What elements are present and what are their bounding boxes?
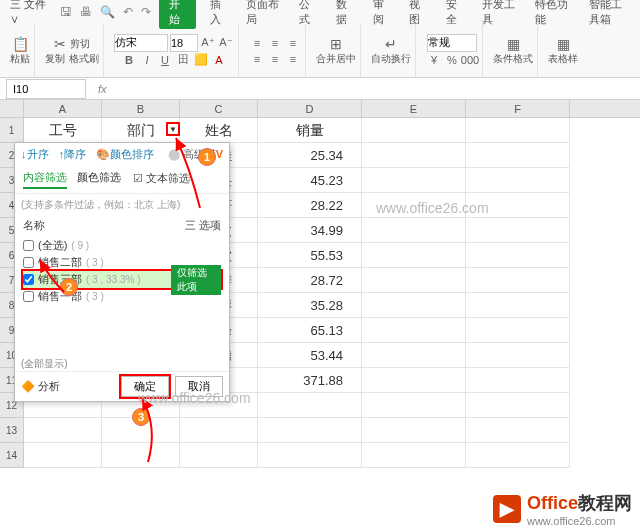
content-filter-tab[interactable]: 内容筛选 [23,170,67,189]
text-filter-button[interactable]: ☑ 文本筛选 [133,171,190,186]
copy-label[interactable]: 复制 [45,52,65,66]
table-style-icon[interactable]: ▦ [557,36,570,52]
cell[interactable]: 55.53 [258,243,362,268]
currency-icon[interactable]: ¥ [426,52,442,68]
percent-icon[interactable]: % [444,52,460,68]
qat-undo-icon[interactable]: ↶ [123,5,133,19]
cell[interactable] [362,243,466,268]
cell[interactable] [258,443,362,468]
increase-font-icon[interactable]: A⁺ [200,35,216,51]
row-header[interactable]: 1 [0,118,24,143]
cell[interactable] [466,243,570,268]
format-painter-label[interactable]: 格式刷 [69,52,99,66]
cell[interactable] [466,343,570,368]
cell[interactable] [362,168,466,193]
cell[interactable] [180,418,258,443]
cell[interactable] [258,418,362,443]
cell[interactable] [362,218,466,243]
font-color-icon[interactable]: A [211,52,227,68]
bold-icon[interactable]: B [121,52,137,68]
filter-item-checkbox[interactable] [23,240,34,251]
col-header-e[interactable]: E [362,100,466,117]
cell[interactable] [362,343,466,368]
color-filter-tab[interactable]: 颜色筛选 [77,170,121,189]
cell[interactable]: 姓名 [180,118,258,143]
filter-item-checkbox[interactable] [23,291,34,302]
fill-color-icon[interactable]: 🟨 [193,52,209,68]
filter-item[interactable]: (全选)( 9 ) [23,237,221,254]
merge-icon[interactable]: ⊞ [330,36,342,52]
col-header-a[interactable]: A [24,100,102,117]
number-format-select[interactable] [427,34,477,52]
align-bot-icon[interactable]: ≡ [285,35,301,51]
cell[interactable] [466,268,570,293]
qat-redo-icon[interactable]: ↷ [141,5,151,19]
border-icon[interactable]: 田 [175,52,191,68]
row-header[interactable]: 14 [0,443,24,468]
cell[interactable] [466,143,570,168]
align-top-icon[interactable]: ≡ [249,35,265,51]
align-center-icon[interactable]: ≡ [267,51,283,67]
italic-icon[interactable]: I [139,52,155,68]
font-name-select[interactable] [114,34,168,52]
fx-icon[interactable]: fx [98,83,107,95]
decrease-font-icon[interactable]: A⁻ [218,35,234,51]
cell[interactable] [362,443,466,468]
cell[interactable] [362,293,466,318]
qat-preview-icon[interactable]: 🔍 [100,5,115,19]
qat-save-icon[interactable]: 🖫 [60,5,72,19]
cell[interactable] [466,318,570,343]
cell[interactable] [258,393,362,418]
filter-item-checkbox[interactable] [23,274,34,285]
cell[interactable] [466,418,570,443]
cell[interactable] [24,443,102,468]
cell[interactable] [466,293,570,318]
font-size-select[interactable] [170,34,198,52]
cut-icon[interactable]: ✂ [54,36,66,52]
cell[interactable] [362,268,466,293]
col-header-d[interactable]: D [258,100,362,117]
cell[interactable]: 28.22 [258,193,362,218]
cell[interactable] [466,393,570,418]
cell[interactable]: 371.88 [258,368,362,393]
comma-icon[interactable]: 000 [462,52,478,68]
sort-asc-button[interactable]: ↓升序 [21,147,49,162]
col-header-c[interactable]: C [180,100,258,117]
sort-color-button[interactable]: 🎨颜色排序 [96,147,154,162]
align-mid-icon[interactable]: ≡ [267,35,283,51]
filter-item-checkbox[interactable] [23,257,34,268]
cell[interactable] [102,443,180,468]
cell[interactable]: 65.13 [258,318,362,343]
cell[interactable]: 工号 [24,118,102,143]
name-box[interactable] [6,79,86,99]
cell[interactable] [362,418,466,443]
cell[interactable] [362,368,466,393]
col-header-f[interactable]: F [466,100,570,117]
paste-icon[interactable]: 📋 [12,36,29,52]
select-all-corner[interactable] [0,100,24,117]
row-header[interactable]: 13 [0,418,24,443]
cell[interactable] [466,368,570,393]
cell[interactable] [466,218,570,243]
align-right-icon[interactable]: ≡ [285,51,301,67]
qat-print-icon[interactable]: 🖶 [80,5,92,19]
cell[interactable] [362,393,466,418]
col-header-b[interactable]: B [102,100,180,117]
cell[interactable] [362,143,466,168]
cell[interactable]: 销量 [258,118,362,143]
analyze-button[interactable]: 🔶 分析 [21,379,60,394]
cell[interactable] [362,318,466,343]
filter-item[interactable]: 销售三部( 3 , 33.3% )仅筛选此项 [23,271,221,288]
cell[interactable] [24,418,102,443]
filter-search-input[interactable]: (支持多条件过滤，例如：北京 上海) [21,198,223,212]
cell[interactable] [466,443,570,468]
align-left-icon[interactable]: ≡ [249,51,265,67]
filter-dropdown-button[interactable]: ▼ [166,122,180,136]
cell[interactable]: 28.72 [258,268,362,293]
only-filter-this-button[interactable]: 仅筛选此项 [171,265,221,295]
cell[interactable] [180,443,258,468]
cond-format-icon[interactable]: ▦ [507,36,520,52]
options-button[interactable]: 三 选项 [185,218,221,233]
sort-desc-button[interactable]: ↑降序 [59,147,87,162]
tab-smart[interactable]: 智能工具箱 [583,0,636,29]
